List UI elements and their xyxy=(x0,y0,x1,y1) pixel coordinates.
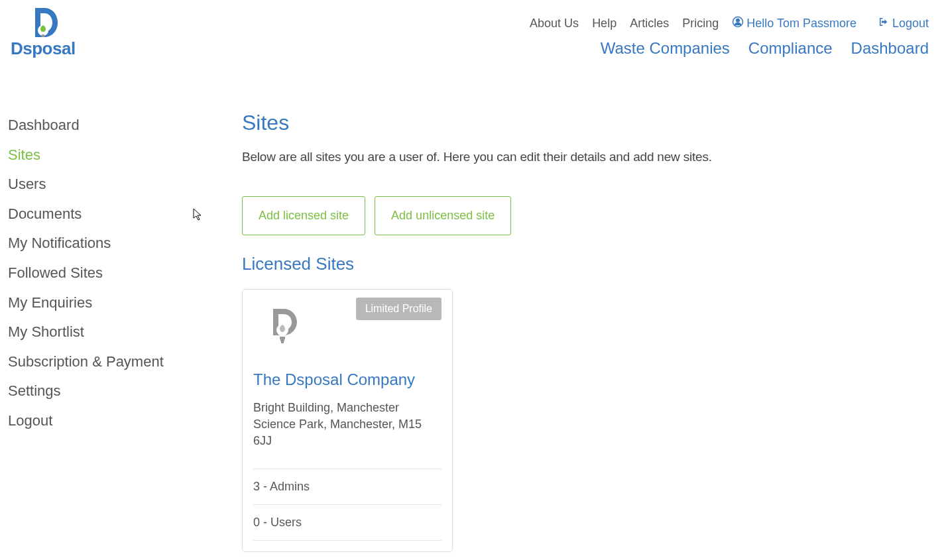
site-admins-count: 3 - Admins xyxy=(253,469,442,504)
add-unlicensed-site-button[interactable]: Add unlicensed site xyxy=(375,196,511,235)
sidebar-item-users[interactable]: Users xyxy=(8,170,242,199)
top-nav: About Us Help Articles Pricing Hello Tom… xyxy=(530,16,929,31)
svg-rect-1 xyxy=(42,34,44,37)
site-users-count: 0 - Users xyxy=(253,504,442,541)
sidebar-item-logout[interactable]: Logout xyxy=(8,406,242,436)
nav-logout[interactable]: Logout xyxy=(878,16,929,31)
site-name-link[interactable]: The Dsposal Company xyxy=(253,370,442,389)
logo-text: Dsposal xyxy=(11,38,76,59)
logout-icon xyxy=(878,16,890,31)
svg-rect-6 xyxy=(280,339,284,341)
site-address: Bright Building, Manchester Science Park… xyxy=(253,400,442,450)
logo[interactable]: Dsposal xyxy=(11,5,76,59)
nav-waste-companies[interactable]: Waste Companies xyxy=(601,39,730,58)
user-icon xyxy=(732,16,744,31)
nav-dashboard[interactable]: Dashboard xyxy=(851,39,929,58)
nav-help[interactable]: Help xyxy=(592,17,617,30)
site-card: Limited Profile The Dsposal Company Brig… xyxy=(242,289,453,552)
svg-rect-7 xyxy=(281,341,284,343)
nav-user-greeting[interactable]: Hello Tom Passmore xyxy=(732,16,856,31)
page-title: Sites xyxy=(242,111,915,135)
sidebar-item-settings[interactable]: Settings xyxy=(8,376,242,406)
add-licensed-site-button[interactable]: Add licensed site xyxy=(242,196,365,235)
nav-pricing[interactable]: Pricing xyxy=(682,17,719,30)
sidebar-item-followed-sites[interactable]: Followed Sites xyxy=(8,258,242,288)
page-intro: Below are all sites you are a user of. H… xyxy=(242,150,915,164)
nav-compliance[interactable]: Compliance xyxy=(748,39,833,58)
licensed-sites-title: Licensed Sites xyxy=(242,254,915,274)
sidebar: Dashboard Sites Users Documents My Notif… xyxy=(0,111,242,552)
nav-articles[interactable]: Articles xyxy=(630,17,669,30)
svg-rect-5 xyxy=(280,337,285,339)
sidebar-item-my-notifications[interactable]: My Notifications xyxy=(8,229,242,258)
site-logo-icon xyxy=(265,307,302,351)
dsposal-logo-icon xyxy=(26,5,60,40)
sidebar-item-documents[interactable]: Documents xyxy=(8,199,242,229)
sidebar-item-subscription-payment[interactable]: Subscription & Payment xyxy=(8,347,242,377)
secondary-nav: Waste Companies Compliance Dashboard xyxy=(601,39,929,58)
nav-about-us[interactable]: About Us xyxy=(530,17,579,30)
svg-point-3 xyxy=(736,19,740,23)
sidebar-item-my-shortlist[interactable]: My Shortlist xyxy=(8,317,242,347)
sidebar-item-sites[interactable]: Sites xyxy=(8,140,242,170)
profile-badge: Limited Profile xyxy=(356,298,442,320)
sidebar-item-dashboard[interactable]: Dashboard xyxy=(8,111,242,140)
sidebar-item-my-enquiries[interactable]: My Enquiries xyxy=(8,288,242,318)
